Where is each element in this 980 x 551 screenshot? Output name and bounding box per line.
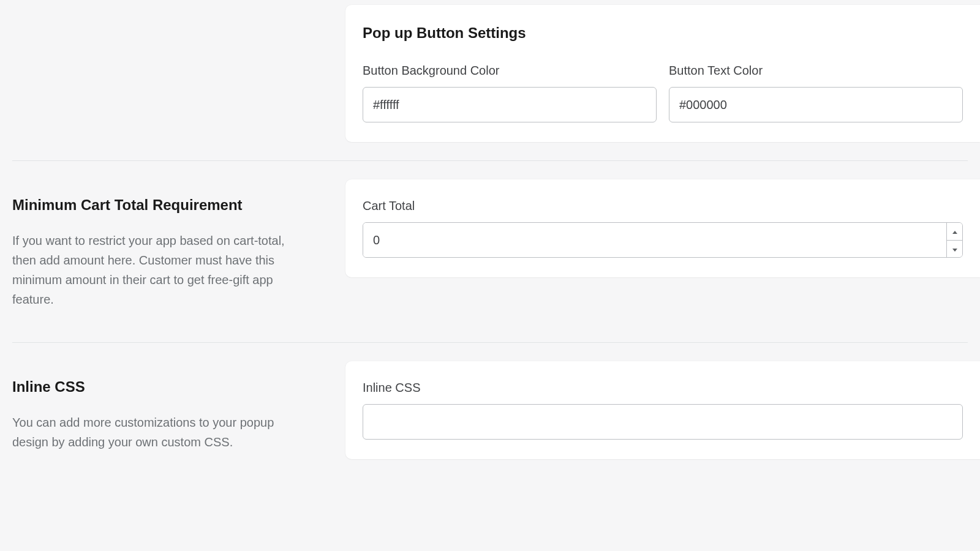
- inline-css-title: Inline CSS: [12, 376, 316, 398]
- cart-total-field: [363, 222, 963, 258]
- quantity-stepper: [946, 223, 962, 257]
- cart-total-label: Cart Total: [363, 197, 963, 215]
- min-cart-title: Minimum Cart Total Requirement: [12, 194, 316, 216]
- popup-button-card: Pop up Button Settings Button Background…: [345, 5, 980, 142]
- divider: [12, 342, 968, 343]
- cart-total-input[interactable]: [363, 223, 946, 257]
- chevron-down-icon: [952, 244, 957, 253]
- inline-css-card: Inline CSS: [345, 361, 980, 459]
- section-inline-css: Inline CSS You can add more customizatio…: [0, 361, 980, 467]
- button-text-color-label: Button Text Color: [669, 61, 963, 80]
- button-bg-color-label: Button Background Color: [363, 61, 657, 80]
- chevron-up-icon: [952, 227, 957, 236]
- popup-button-title: Pop up Button Settings: [363, 22, 963, 44]
- min-cart-description: If you want to restrict your app based o…: [12, 231, 306, 309]
- inline-css-input[interactable]: [363, 404, 963, 440]
- cart-total-decrement-button[interactable]: [947, 241, 962, 258]
- inline-css-description: You can add more customizations to your …: [12, 413, 306, 452]
- cart-total-increment-button[interactable]: [947, 223, 962, 241]
- section-left-spacer: [0, 0, 331, 142]
- section-min-cart: Minimum Cart Total Requirement If you wa…: [0, 179, 980, 324]
- min-cart-card: Cart Total: [345, 179, 980, 277]
- divider: [12, 160, 968, 161]
- button-text-color-input[interactable]: [669, 87, 963, 122]
- section-popup-button: Pop up Button Settings Button Background…: [0, 0, 980, 142]
- inline-css-label: Inline CSS: [363, 378, 963, 397]
- button-bg-color-input[interactable]: [363, 87, 657, 122]
